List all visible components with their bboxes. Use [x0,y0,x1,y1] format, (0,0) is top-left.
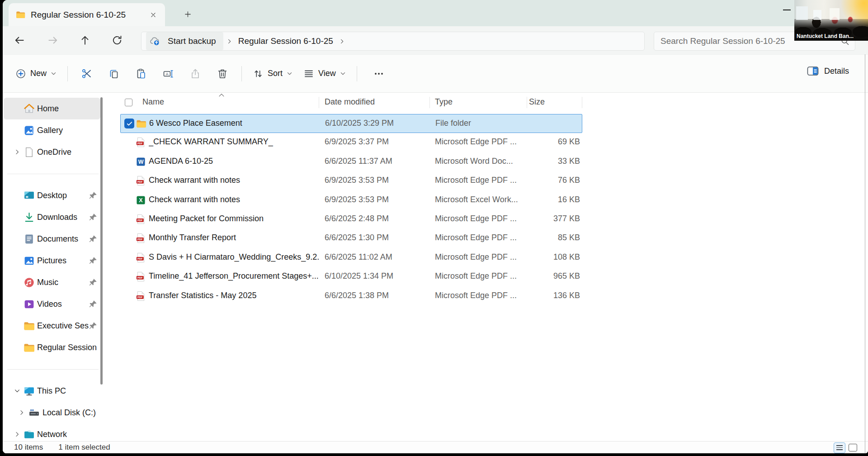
pin-icon [89,321,98,330]
new-button[interactable]: New [10,64,62,83]
cut-button[interactable] [73,64,100,84]
copy-button[interactable] [100,64,127,84]
sidebar-item-label: Videos [37,299,62,309]
chevron-right-icon[interactable] [11,146,23,158]
file-size: 76 KB [526,176,580,185]
column-divider[interactable] [582,97,582,108]
file-row[interactable]: 6 Wesco Place Easement 6/10/2025 3:29 PM… [120,114,582,133]
file-row[interactable]: PDF Transfer Statistics - May 2025 6/6/2… [120,287,582,306]
sidebar-item-this-pc[interactable]: This PC [4,380,100,402]
close-tab-icon[interactable] [147,9,160,21]
meeting-video-overlay[interactable]: Nantucket Land Ban... [794,0,868,41]
file-type: File folder [435,119,526,128]
column-header-date-modified[interactable]: Date modified [325,97,375,107]
more-button[interactable] [365,64,392,84]
sort-button[interactable]: Sort [247,64,298,83]
sidebar-item-onedrive[interactable]: OneDrive [4,141,100,163]
details-view-toggle[interactable] [834,442,845,453]
sidebar-scrollbar[interactable] [100,97,103,385]
sidebar-item-home[interactable]: Home [4,98,100,119]
sidebar-item-videos[interactable]: Videos [4,293,100,315]
forward-button[interactable] [43,31,63,49]
column-header-size[interactable]: Size [529,97,545,107]
tab-title: Regular Session 6-10-25 [31,10,147,20]
sidebar-item-downloads[interactable]: Downloads [4,206,100,228]
file-row[interactable]: PDF Timeline_41 Jefferson_Procurement St… [120,267,582,286]
select-all-checkbox[interactable] [125,99,132,106]
file-row[interactable]: X Check warrant with notes 6/9/2025 3:53… [120,191,582,210]
column-divider[interactable] [527,97,527,108]
file-name: Transfer Statistics - May 2025 [149,291,320,300]
file-date-modified: 6/10/2025 3:29 PM [325,119,430,128]
breadcrumb-1[interactable]: Regular Session 6-10-25 [236,34,336,48]
start-backup-chip[interactable]: Start backup [146,32,223,50]
sidebar-item-music[interactable]: Music [4,271,100,293]
chevron-right-icon[interactable] [16,407,28,418]
column-divider[interactable] [429,97,430,108]
details-button[interactable]: Details [802,62,854,80]
file-row[interactable]: PDF Check warrant with notes 6/9/2025 3:… [120,171,582,190]
excel-file-icon: X [136,195,146,205]
chevron-down-icon[interactable] [11,385,23,397]
sidebar-divider [7,174,99,174]
sidebar-item-label: Pictures [37,256,66,266]
chevron-right-icon[interactable] [226,38,232,44]
back-button[interactable] [9,31,29,49]
folder-icon [24,320,35,332]
sidebar-item-pictures[interactable]: Pictures [4,250,100,271]
delete-button[interactable] [209,64,236,84]
file-type: Microsoft Edge PDF ... [435,291,525,300]
file-row[interactable]: PDF _CHECK WARRANT SUMMARY_ 6/9/2025 3:3… [120,133,582,152]
file-date-modified: 6/6/2025 1:30 PM [325,233,429,242]
file-size: 965 KB [526,271,580,281]
minimize-button[interactable] [777,2,797,18]
thumbnail-view-toggle[interactable] [849,444,857,451]
up-button[interactable] [75,31,95,49]
rename-button[interactable]: A [155,64,182,84]
copy-icon [108,68,119,79]
selected-checkbox[interactable] [124,119,134,128]
view-button[interactable]: View [298,64,351,83]
chevron-right-icon[interactable] [11,428,23,440]
file-date-modified: 6/6/2025 11:37 AM [325,157,429,166]
column-header-type[interactable]: Type [435,97,453,107]
paste-button[interactable] [127,64,155,84]
sort-icon [253,68,264,79]
address-bar[interactable]: Start backupRegular Session 6-10-25 [141,32,645,51]
sidebar-item-regular-session[interactable]: Regular Session [4,337,100,358]
column-header-name[interactable]: Name [142,97,164,107]
file-row[interactable]: PDF S Davis + H Ciarmataro_Wedding_Creek… [120,248,582,267]
view-list-icon [303,68,314,79]
sidebar-item-documents[interactable]: Documents [4,228,100,250]
new-tab-button[interactable] [180,7,195,21]
column-divider[interactable] [319,97,319,108]
toolbar-divider [67,66,68,81]
sort-label: Sort [268,69,283,78]
sidebar-item-label: This PC [37,386,66,396]
scissors-icon [81,68,92,79]
this-pc-icon [24,385,35,397]
file-type: Microsoft Word Doc... [435,157,525,166]
refresh-button[interactable] [107,31,127,49]
breadcrumb-0[interactable]: Start backup [165,34,219,48]
sidebar-item-local-disk-c[interactable]: Local Disk (C:) [4,402,100,423]
svg-text:PDF: PDF [137,219,143,222]
list-header: Name Date modified Type Size [120,93,582,112]
cloud-sync-icon [150,36,161,46]
svg-text:PDF: PDF [137,238,143,241]
explorer-tab[interactable]: Regular Session 6-10-25 [9,3,165,26]
sidebar-item-desktop[interactable]: Desktop [4,185,100,206]
window-right-edge [865,54,865,453]
sidebar-item-gallery[interactable]: Gallery [4,119,100,141]
share-button[interactable] [182,64,209,84]
folder-icon [16,10,25,19]
sidebar-item-executive-ses[interactable]: Executive Ses [4,315,100,337]
file-row[interactable]: PDF Monthly Transfer Report 6/6/2025 1:3… [120,229,582,248]
file-row[interactable]: PDF Meeting Packet for Commission 6/6/20… [120,210,582,229]
chevron-right-icon[interactable] [339,38,345,44]
sidebar-item-network[interactable]: Network [4,423,100,441]
refresh-icon [111,34,123,46]
file-row[interactable]: W AGENDA 6-10-25 6/6/2025 11:37 AM Micro… [120,152,582,171]
file-type: Microsoft Edge PDF ... [435,233,525,242]
sort-ascending-icon [218,91,225,95]
